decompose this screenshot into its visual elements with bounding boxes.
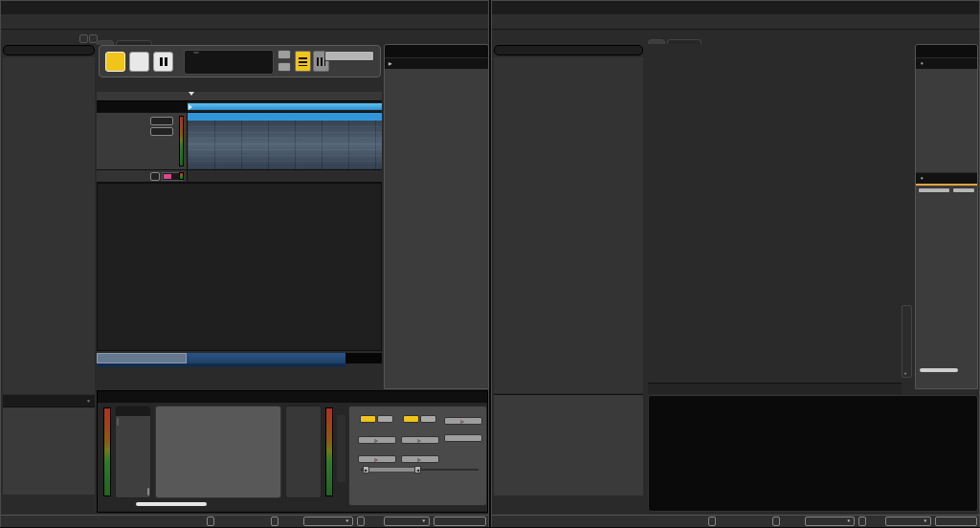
menubar xyxy=(492,14,979,30)
monitor-button[interactable] xyxy=(918,187,950,193)
distance-scale xyxy=(361,473,479,481)
max-instances-field[interactable]: ▷ xyxy=(444,417,482,425)
pause-icon xyxy=(160,53,167,71)
titlebar[interactable] xyxy=(492,1,979,14)
platform-label xyxy=(772,517,780,526)
pause-button[interactable] xyxy=(153,52,173,72)
locale-label xyxy=(357,517,365,526)
tracks-view-button[interactable] xyxy=(295,51,311,72)
post-tab[interactable] xyxy=(147,488,149,495)
audio-track-lane[interactable] xyxy=(188,113,382,170)
state-dropdown[interactable] xyxy=(324,51,374,61)
logic-tracks-header[interactable] xyxy=(97,101,188,113)
locale-label xyxy=(858,517,866,526)
overview-title xyxy=(916,45,977,57)
master-bus-section-header[interactable]: ▼ xyxy=(916,172,977,184)
events-tree xyxy=(3,57,95,394)
stop-button[interactable] xyxy=(105,52,125,72)
chevron-down-icon: ▼ xyxy=(924,517,927,525)
min-distance-handle[interactable]: ▶ xyxy=(363,466,369,473)
logic-tracks-lane[interactable] xyxy=(188,101,382,113)
solo-button[interactable] xyxy=(150,117,173,125)
parameters-section-header[interactable]: ▶ xyxy=(385,57,488,69)
locale-dropdown[interactable]: ▼ xyxy=(885,517,931,526)
mute-button[interactable] xyxy=(150,127,173,136)
transport-bar xyxy=(99,45,381,77)
fader-handle[interactable] xyxy=(164,174,171,179)
audio-region-waveform[interactable] xyxy=(188,121,382,169)
mixing-desk-side-tab[interactable] xyxy=(902,305,912,378)
new-desk-tab-button[interactable] xyxy=(667,39,702,44)
desk-scrollbar[interactable] xyxy=(648,383,902,394)
overview-scrollbar[interactable] xyxy=(920,368,958,372)
audio-track-row xyxy=(97,113,382,170)
persistent-off-button[interactable] xyxy=(360,415,376,423)
track-name xyxy=(97,113,187,117)
tab-mixing-desk[interactable] xyxy=(648,39,665,44)
persistent-on-button[interactable] xyxy=(377,415,393,423)
loop-button[interactable] xyxy=(278,50,291,59)
platform-label xyxy=(271,517,278,526)
deck-horizontal-scrollbar[interactable] xyxy=(136,502,207,506)
viewport-indicator[interactable] xyxy=(97,353,187,363)
timeline-ruler[interactable] xyxy=(97,92,382,101)
master-track-header[interactable] xyxy=(97,170,188,183)
flip-button[interactable] xyxy=(952,187,975,193)
editor-empty-area[interactable] xyxy=(97,183,382,351)
playhead-marker[interactable] xyxy=(189,92,194,96)
max-distance-handle[interactable]: ◀ xyxy=(414,466,421,473)
parameters-section-header[interactable]: ▼ xyxy=(916,57,977,69)
content-extent xyxy=(187,353,345,363)
desktop: ▼ xyxy=(0,0,980,528)
play-button[interactable] xyxy=(129,52,149,72)
logic-tracks-label xyxy=(97,101,187,104)
list-view-icon xyxy=(299,57,307,66)
live-update-button[interactable] xyxy=(207,517,214,526)
platform-dropdown[interactable]: ▼ xyxy=(805,517,855,526)
event-properties-panel xyxy=(3,407,95,495)
timeline-overview-scrollbar[interactable] xyxy=(97,353,382,363)
chevron-down-icon: ▼ xyxy=(345,517,349,525)
titlebar[interactable] xyxy=(1,1,488,14)
master-track-deck: ▷ ▷ ▷ ▷ ▷ xyxy=(97,390,488,513)
status-bar: ▼ ▼ xyxy=(492,515,979,527)
cooldown-field[interactable]: ▷ xyxy=(401,455,439,463)
master-mute-button[interactable] xyxy=(150,172,160,181)
selected-event-header[interactable]: ▼ xyxy=(3,395,95,407)
chevron-down-icon: ▼ xyxy=(920,61,924,66)
locale-dropdown[interactable]: ▼ xyxy=(384,517,430,526)
pre-tab[interactable] xyxy=(117,418,119,426)
logic-tracks-row xyxy=(97,101,382,113)
master-track-lane[interactable] xyxy=(188,170,382,183)
fader-module xyxy=(115,406,151,498)
doppler-on-button[interactable] xyxy=(420,415,436,423)
timeline-overview-track xyxy=(97,363,345,367)
overview-panel: ▶ xyxy=(384,44,489,389)
audio-track-header[interactable] xyxy=(97,113,188,170)
chevron-right-icon: ▶ xyxy=(389,61,391,66)
audio-region-header[interactable] xyxy=(188,113,382,121)
pitch-field[interactable]: ▷ xyxy=(358,436,396,444)
doppler-off-button[interactable] xyxy=(403,415,419,423)
stealing-dropdown[interactable] xyxy=(444,434,482,442)
live-update-button[interactable] xyxy=(708,517,716,526)
min-max-distance-slider[interactable]: ▶ ◀ xyxy=(361,466,479,473)
master-track-row xyxy=(97,170,382,183)
event-editor-window: ▼ xyxy=(0,0,489,527)
doppler-scale-field[interactable]: ▷ xyxy=(401,436,439,444)
search-input[interactable] xyxy=(3,45,95,55)
master-level-meter xyxy=(179,172,184,180)
beats-mode-button[interactable] xyxy=(193,52,199,54)
track-level-meter xyxy=(179,116,184,166)
priority-field[interactable]: ▷ xyxy=(358,455,396,463)
properties-placeholder xyxy=(494,395,643,495)
follow-button[interactable] xyxy=(278,62,291,72)
timeline-logic-bar[interactable] xyxy=(188,103,382,110)
search-input[interactable] xyxy=(494,45,643,55)
tab-scroll-left-button[interactable] xyxy=(79,34,88,43)
output-meter xyxy=(325,407,333,496)
platform-dropdown[interactable]: ▼ xyxy=(303,517,353,526)
slider-range-fill xyxy=(367,467,416,473)
macros-tab[interactable] xyxy=(337,415,345,482)
reverb-module xyxy=(155,406,281,498)
